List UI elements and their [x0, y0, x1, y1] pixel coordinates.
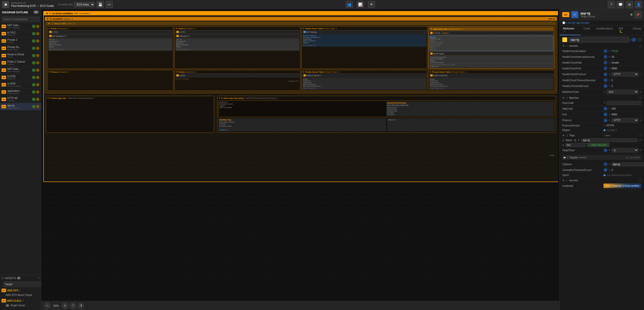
eye-icon[interactable]: 👁 — [368, 1, 375, 8]
assets-search-input[interactable] — [3, 282, 41, 287]
tag-name-value[interactable]: app-tg — [581, 138, 637, 142]
users-icon[interactable]: 👥 — [346, 1, 353, 8]
sidebar-item-privatero[interactable]: aws Private Ro... Route Table ✓ ✎ — [0, 45, 41, 52]
settings-icon[interactable]: ⚙ — [626, 1, 633, 8]
clear-icon[interactable]: ✕ — [639, 119, 641, 122]
expand-icon[interactable]: ▼ — [48, 71, 50, 73]
collapse-icon[interactable]: ▼ — [562, 134, 565, 137]
discord-icon[interactable]: 💬 — [617, 1, 624, 8]
edit-icon[interactable]: ✎ — [609, 119, 611, 122]
credential-ref[interactable]: AWS Credential: si-tools-sandbox — [603, 184, 641, 188]
si5755-node[interactable]: si-5755 — [175, 30, 299, 34]
add-map-item-button[interactable]: + Add map item — [587, 143, 609, 147]
change-set-select[interactable]: ECS Infra Main — [74, 2, 95, 7]
target-group-highlight[interactable]: app-tg Target Group Region AWS Credentia… — [429, 35, 553, 51]
edit-icon[interactable]: ✎ — [609, 50, 611, 53]
edit-icon[interactable]: ✎ — [603, 102, 605, 104]
ip-address-type-select[interactable]: ipv4 ipv6 — [607, 90, 638, 94]
pin-button[interactable]: 📌 — [634, 11, 641, 18]
collapse-icon[interactable]: ▼ — [562, 45, 565, 47]
edit-icon[interactable]: ✎ — [609, 56, 611, 58]
diagram-container[interactable]: ▼ ⬡ sc-tools-sandbox AWS Credential: 1 ▼… — [41, 9, 559, 301]
tag-delete-icon[interactable]: 🗑 — [574, 139, 577, 142]
protocol-select[interactable]: HTTP HTTPS — [612, 118, 638, 122]
edit-icon[interactable]: ✎ — [609, 67, 611, 70]
sidebar-item-si7412[interactable]: aws si-7412 Elastic IP ✓ ✎ — [0, 30, 41, 37]
edit-icon[interactable]: ✎ — [609, 107, 611, 110]
section-expand-icon[interactable]: ⬡ — [639, 134, 641, 137]
expand-icon[interactable]: ▼ — [218, 97, 220, 99]
clear-icon[interactable]: ✕ — [639, 91, 641, 93]
edit-icon[interactable]: ✎ — [609, 85, 611, 87]
sidebar-item-si5755[interactable]: aws si-5755 Elastic IP ✓ ✎ — [0, 74, 41, 81]
help-icon[interactable]: ? — [608, 1, 615, 8]
sidebar-item-public2-subnet[interactable]: aws Public 2 Subnet Subnet ✓ ✎ — [0, 59, 41, 67]
component-name-input[interactable] — [569, 37, 629, 42]
undo-button[interactable]: ↩ — [106, 1, 113, 8]
tab-attributes[interactable]: Attributes ✓ — [560, 25, 581, 35]
tab-code[interactable]: Code — [581, 25, 593, 35]
expand-icon[interactable]: ▼ — [175, 71, 177, 73]
clear-icon[interactable]: ✕ — [639, 149, 641, 152]
natgw2-node[interactable]: Gateway IP 2 — [175, 34, 299, 38]
download-button[interactable]: ⬇ — [78, 303, 84, 309]
route-to-inet1[interactable]: Route to Internet 1 — [302, 74, 427, 77]
si7412-node[interactable]: si-7412 — [48, 30, 172, 34]
asset-group-efs-header[interactable]: aws AWS EFS 1 — [2, 288, 40, 293]
color-swatch[interactable] — [562, 37, 567, 42]
edit-icon[interactable]: ✎ — [609, 61, 611, 64]
save-button[interactable]: 💾 — [97, 1, 104, 8]
edit-icon[interactable]: ✎ — [609, 169, 611, 171]
tag-key-input[interactable] — [565, 143, 586, 147]
cube-icon[interactable]: ⬡ — [638, 37, 641, 42]
tab-diff[interactable]: Diff 🐛 — [616, 25, 630, 35]
tgname-input[interactable] — [612, 162, 644, 166]
route-to-inet2[interactable]: Route to Internet 2 — [429, 74, 553, 77]
sidebar-item-private2[interactable]: aws Private 2 Subnet ✓ ✎ — [0, 37, 41, 45]
edit-icon[interactable]: ✎ — [603, 124, 605, 127]
zoom-in-button[interactable]: + — [62, 303, 68, 309]
section-expand-icon[interactable]: ⬡ — [639, 97, 641, 99]
edit-icon[interactable]: ✎ — [603, 91, 605, 93]
expand-icon[interactable]: ▼ — [302, 71, 305, 73]
asset-item-target-group[interactable]: 1 Target Group — [2, 303, 40, 307]
expand-icon[interactable]: ▼ — [302, 27, 305, 30]
natgw1-node[interactable]: NAT Gateway IP 1 — [48, 34, 172, 38]
user-avatar[interactable]: 👤 — [635, 1, 642, 8]
sidebar-item-nat-gateway-1[interactable]: aws NAT Gate... NAT Gateway ✓ ✎ — [0, 23, 41, 30]
http80-node[interactable]: HTTP-80 Listener: 1 — [429, 31, 553, 35]
asset-item-efs-mount[interactable]: AWS EFS Mount Target — [2, 293, 40, 297]
alb-ingress-node[interactable]: alb-80-ingress — [429, 52, 553, 55]
si4918-node[interactable]: si-4918 — [175, 74, 299, 77]
sidebar-item-nat-gateway-2[interactable]: aws NAT Gate... NAT Gateway ✓ ✎ — [0, 67, 41, 74]
tab-qualifications[interactable]: Qualifications — [593, 25, 616, 35]
edit-icon[interactable]: ✎ — [609, 113, 611, 116]
assets-help-icon[interactable]: ? — [38, 277, 40, 280]
edit-icon[interactable]: ✎ — [609, 163, 611, 166]
sidebar-item-routetoroute[interactable]: aws Route to Route Route ✓ ✎ — [0, 52, 41, 59]
sidebar-item-si4918[interactable]: aws si-4918 Internet Gatew... ✓ ✎ — [0, 81, 41, 88]
zoom-out-button[interactable]: − — [44, 303, 50, 309]
search-input[interactable] — [2, 17, 40, 22]
collapse-icon[interactable]: ▼ — [562, 97, 565, 99]
expand-icon[interactable]: ▼ — [48, 27, 50, 30]
expand-icon[interactable]: ▶ — [564, 156, 566, 159]
expand-icon[interactable]: ▼ — [47, 18, 49, 20]
edit-icon[interactable]: ✎ — [609, 79, 611, 82]
edit-icon[interactable]: ✎ — [609, 149, 611, 152]
sidebar-item-application-alb[interactable]: aws application... Loadbalancer ✓ ✎ — [0, 88, 41, 96]
expand-icon[interactable]: ▼ — [48, 22, 50, 25]
sidebar-item-app-tg[interactable]: aws app-tg Target Group ✓ ✎ — [0, 103, 41, 110]
targets-header[interactable]: ▶ {} Targets (empty) set: via socket — [562, 155, 641, 160]
grpc-code-input[interactable] — [607, 101, 641, 105]
expand-icon[interactable]: ▼ — [429, 71, 431, 73]
igw-node[interactable]: NAT Gateway — [302, 30, 427, 34]
activity-icon[interactable]: 📊 — [357, 1, 364, 8]
help-button[interactable]: ? — [70, 303, 76, 309]
edit-icon[interactable]: ✎ — [609, 73, 611, 76]
asset-group-elbv2-header[interactable]: aws AWS ELBv2 1 — [2, 298, 40, 303]
tab-debug[interactable]: Debug — [630, 25, 644, 35]
expand-icon[interactable]: ▼ — [175, 27, 177, 30]
target-type-select[interactable]: ip instance lambda — [612, 148, 638, 152]
expand-icon[interactable]: ▼ — [46, 12, 48, 15]
